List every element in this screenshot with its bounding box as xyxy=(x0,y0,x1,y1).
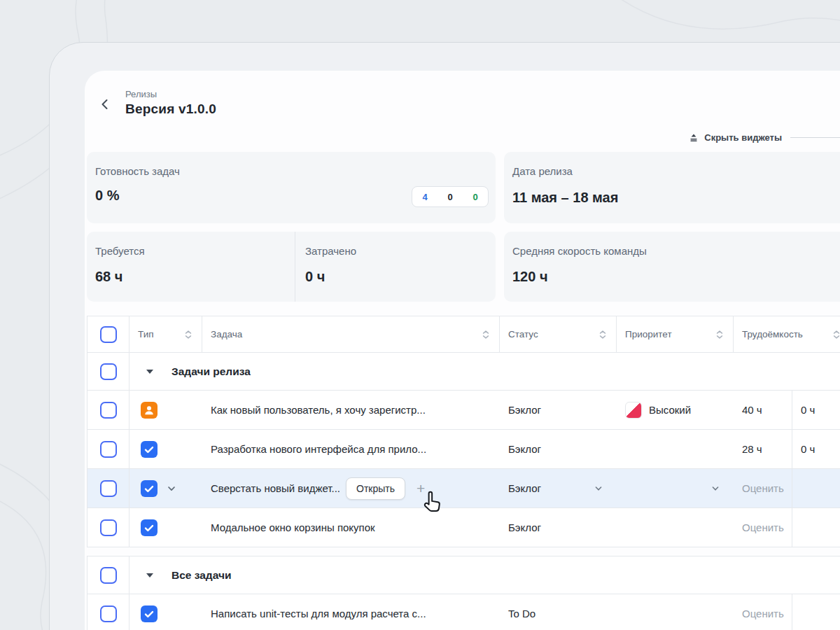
estimate-placeholder[interactable]: Оценить xyxy=(742,482,784,494)
widget-label: Требуется xyxy=(95,245,295,257)
status-value[interactable]: Бэклог xyxy=(508,482,541,494)
count-done: 0 xyxy=(463,192,488,202)
hide-widgets-label: Скрыть виджеты xyxy=(704,132,782,143)
user-story-icon xyxy=(141,402,158,419)
sort-icon[interactable] xyxy=(832,330,840,339)
back-button[interactable] xyxy=(96,96,114,114)
chevron-left-icon xyxy=(98,97,112,111)
column-header-task[interactable]: Задача xyxy=(202,316,500,352)
task-row[interactable]: Написать unit-тесты для модуля расчета с… xyxy=(88,594,840,630)
sort-icon[interactable] xyxy=(184,330,192,339)
group-row-all-tasks[interactable]: Все задачи xyxy=(88,556,840,594)
collapse-caret-icon[interactable] xyxy=(146,370,153,374)
widget-hours: Требуется 68 ч Затрачено 0 ч xyxy=(87,232,496,302)
group-title: Задачи релиза xyxy=(172,365,251,378)
group-checkbox[interactable] xyxy=(100,363,117,380)
group-row-release-tasks[interactable]: Задачи релиза xyxy=(88,353,840,391)
estimate-value[interactable]: 28 ч xyxy=(742,443,762,455)
hide-widgets-button[interactable]: Скрыть виджеты xyxy=(689,132,782,143)
select-all-checkbox[interactable] xyxy=(100,326,117,343)
task-title[interactable]: Разработка нового интерфейса для прило..… xyxy=(211,443,426,455)
widget-release-date: Дата релиза 11 мая – 18 мая xyxy=(504,152,840,223)
task-icon xyxy=(141,519,158,536)
status-value[interactable]: Бэклог xyxy=(508,522,541,533)
open-task-button[interactable]: Открыть xyxy=(346,477,405,500)
device-frame: Релизы Версия v1.0.0 Скрыть виджеты xyxy=(49,42,840,630)
expand-chevron-icon[interactable] xyxy=(167,484,176,493)
page-title: Версия v1.0.0 xyxy=(125,102,216,117)
task-title[interactable]: Написать unit-тесты для модуля расчета с… xyxy=(211,608,426,620)
column-header-status[interactable]: Статус xyxy=(500,316,617,352)
column-header-effort[interactable]: Трудоёмкость xyxy=(734,316,840,352)
add-subtask-icon[interactable]: + xyxy=(416,480,425,497)
status-value[interactable]: Бэклог xyxy=(508,404,541,416)
widget-value: 120 ч xyxy=(512,269,840,285)
row-checkbox[interactable] xyxy=(100,480,117,497)
group-gap xyxy=(87,547,840,556)
widget-label: Затрачено xyxy=(305,245,496,257)
row-checkbox[interactable] xyxy=(100,402,117,419)
widget-value: 68 ч xyxy=(95,269,295,285)
widget-label: Дата релиза xyxy=(512,165,840,177)
widget-label: Готовность задач xyxy=(95,165,487,177)
breadcrumb[interactable]: Релизы xyxy=(125,89,157,99)
spent-value: 0 ч xyxy=(801,404,815,416)
status-value[interactable]: Бэклог xyxy=(508,443,541,455)
task-icon xyxy=(141,606,158,622)
widgets-toggle-row: Скрыть виджеты xyxy=(85,131,840,144)
sort-icon[interactable] xyxy=(482,330,490,339)
sort-icon[interactable] xyxy=(598,330,607,339)
widget-team-velocity: Средняя скорость команды 120 ч xyxy=(504,232,840,302)
task-row[interactable]: Модальное окно корзины покупок Бэклог Оц… xyxy=(88,508,840,547)
priority-high-icon xyxy=(625,402,642,419)
estimate-value[interactable]: 40 ч xyxy=(742,404,762,416)
row-checkbox[interactable] xyxy=(100,606,117,622)
task-title[interactable]: Сверстать новый виджет... xyxy=(211,482,340,494)
desktop-background: Релизы Версия v1.0.0 Скрыть виджеты xyxy=(0,0,840,630)
task-title[interactable]: Как новый пользователь, я хочу зарегистр… xyxy=(211,404,426,416)
widget-required: Требуется 68 ч xyxy=(87,232,295,302)
task-icon xyxy=(141,480,158,497)
priority-value[interactable]: Высокий xyxy=(649,404,691,416)
count-in-progress: 0 xyxy=(438,192,463,202)
sort-icon[interactable] xyxy=(715,330,724,339)
column-header-priority[interactable]: Приоритет xyxy=(617,316,734,352)
widget-value: 0 ч xyxy=(305,269,496,285)
chevron-down-icon[interactable] xyxy=(594,484,603,493)
widgets-panel: Готовность задач 0 % 4 0 0 Дата релиза 1… xyxy=(87,152,840,310)
chevron-down-icon[interactable] xyxy=(711,484,720,493)
task-title[interactable]: Модальное окно корзины покупок xyxy=(211,522,375,533)
row-checkbox[interactable] xyxy=(100,519,117,536)
task-icon xyxy=(141,441,158,458)
task-row[interactable]: Разработка нового интерфейса для прило..… xyxy=(88,430,840,469)
widget-label: Средняя скорость команды xyxy=(512,245,840,257)
widget-task-readiness: Готовность задач 0 % 4 0 0 xyxy=(87,152,496,223)
task-counts-badge: 4 0 0 xyxy=(412,186,489,207)
status-value[interactable]: To Do xyxy=(508,608,536,620)
row-checkbox[interactable] xyxy=(100,441,117,458)
group-title: Все задачи xyxy=(172,569,231,582)
spent-value: 0 ч xyxy=(801,443,815,455)
estimate-placeholder[interactable]: Оценить xyxy=(742,522,784,533)
estimate-placeholder[interactable]: Оценить xyxy=(742,608,784,620)
hide-widgets-icon xyxy=(689,132,699,142)
widget-spent: Затрачено 0 ч xyxy=(295,232,496,302)
task-row[interactable]: Как новый пользователь, я хочу зарегистр… xyxy=(88,391,840,430)
collapse-caret-icon[interactable] xyxy=(146,573,153,578)
group-checkbox[interactable] xyxy=(100,567,117,584)
tasks-table: Тип Задача Статус Приоритет xyxy=(87,316,840,630)
count-open: 4 xyxy=(412,192,438,202)
table-header-row: Тип Задача Статус Приоритет xyxy=(88,316,840,353)
app-window: Релизы Версия v1.0.0 Скрыть виджеты xyxy=(85,71,840,630)
header-divider-line xyxy=(790,137,840,138)
task-row-hovered[interactable]: Сверстать новый виджет... Открыть + Бэкл… xyxy=(88,469,840,508)
column-header-type[interactable]: Тип xyxy=(130,316,202,352)
widget-value: 11 мая – 18 мая xyxy=(512,190,840,206)
